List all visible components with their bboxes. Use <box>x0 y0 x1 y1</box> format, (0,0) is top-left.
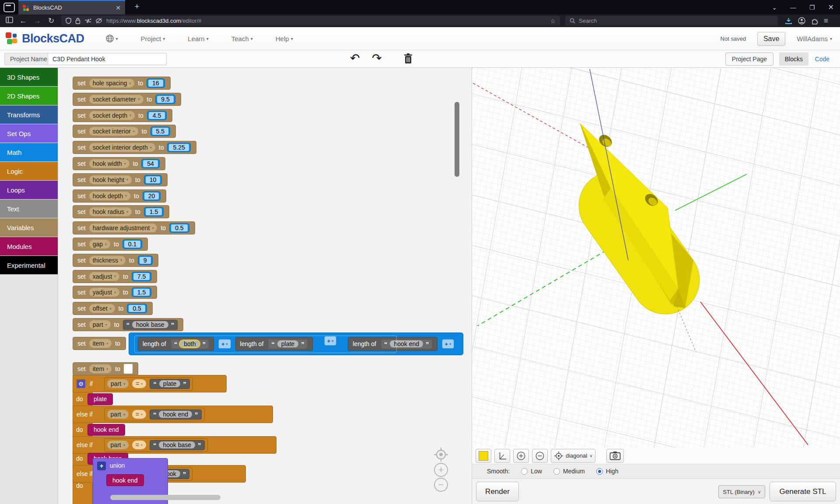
variable-dropdown-item[interactable]: item▾ <box>89 339 112 348</box>
plus-mutator-button[interactable]: +▾ <box>442 339 455 349</box>
set-block-hole-spacing[interactable]: sethole spacing▾to16 <box>73 77 171 90</box>
variable-dropdown-part[interactable]: part▾ <box>89 320 111 329</box>
module-call-hook-end[interactable]: hook end <box>106 474 144 486</box>
sidebar-item-3d-shapes[interactable]: 3D Shapes <box>0 68 58 86</box>
view-angle-dropdown[interactable]: diagonal ∨ <box>551 449 595 463</box>
render-viewport[interactable]: diagonal ∨ Smooth: Low Medium High Rende… <box>472 68 840 504</box>
canvas-vertical-scrollbar[interactable] <box>455 102 459 177</box>
union-plus-icon[interactable]: + <box>97 462 106 470</box>
generate-stl-button[interactable]: Generate STL <box>770 482 836 501</box>
sidebar-item-experimental[interactable]: Experimental <box>0 256 58 274</box>
recenter-icon[interactable] <box>433 447 449 464</box>
new-tab-button[interactable]: + <box>131 2 143 11</box>
set-block-thickness[interactable]: setthickness▾to9 <box>73 254 158 267</box>
screenshot-button[interactable] <box>606 449 624 463</box>
variable-dropdown-thickness[interactable]: thickness▾ <box>89 256 126 265</box>
canvas-zoom-in-button[interactable]: + <box>434 463 448 477</box>
text-block[interactable]: “plate” <box>150 379 189 389</box>
axes-toggle-button[interactable] <box>494 449 510 463</box>
variable-dropdown-hook-height[interactable]: hook height▾ <box>89 175 132 184</box>
number-block[interactable]: 20 <box>143 191 161 201</box>
text-block[interactable]: “hook base” <box>123 320 178 330</box>
variable-dropdown-hook-radius[interactable]: hook radius▾ <box>89 207 132 216</box>
else-if-row-hook-end[interactable]: else ifpart▾=▾“hook end” <box>73 406 273 423</box>
sidebar-item-logic[interactable]: Logic <box>0 162 58 180</box>
variable-dropdown-offset[interactable]: offset▾ <box>89 304 115 313</box>
list-tabs-icon[interactable]: ⌄ <box>772 4 777 11</box>
undo-button[interactable]: ↶ <box>350 51 360 65</box>
render-button[interactable]: Render <box>476 482 519 501</box>
bookmark-star-icon[interactable]: ☆ <box>550 18 556 24</box>
number-block[interactable]: 7.5 <box>132 272 151 281</box>
variable-dropdown-item[interactable]: item▾ <box>89 364 112 373</box>
back-icon[interactable]: ← <box>18 17 29 25</box>
do-row-hook-end[interactable]: dohook end <box>73 423 125 436</box>
equals-dropdown[interactable]: =▾ <box>132 441 146 449</box>
smooth-option-medium[interactable]: Medium <box>553 468 585 475</box>
set-block-socket-diameter[interactable]: setsocket diameter▾to9.5 <box>73 93 181 106</box>
else-if-row-hook-base[interactable]: else ifpart▾=▾“hook base” <box>73 436 276 454</box>
number-block[interactable]: 54 <box>141 159 160 168</box>
variable-dropdown-hook-width[interactable]: hook width▾ <box>89 159 130 168</box>
plus-mutator-button[interactable]: +▾ <box>324 336 337 346</box>
viewer-zoom-out-button[interactable] <box>532 449 548 463</box>
set-block-socket-depth[interactable]: setsocket depth▾to4.5 <box>73 109 172 122</box>
condition-block[interactable]: part▾=▾“plate” <box>104 377 193 391</box>
redo-button[interactable]: ↷ <box>372 51 382 65</box>
length-of-block[interactable]: length of“plate” <box>235 337 313 351</box>
variable-dropdown-hole-spacing[interactable]: hole spacing▾ <box>89 79 135 88</box>
blockscad-logo[interactable]: BlocksCAD <box>5 31 84 46</box>
variable-dropdown-hardware-adjustment[interactable]: hardware adjustment▾ <box>89 224 158 232</box>
length-of-block[interactable]: length of“both” <box>138 337 214 351</box>
number-block[interactable]: 0.1 <box>122 239 142 249</box>
variable-dropdown-yadjust[interactable]: yadjust▾ <box>89 288 119 297</box>
variable-dropdown-part[interactable]: part▾ <box>107 410 129 419</box>
reload-icon[interactable]: ↻ <box>46 16 57 25</box>
forward-icon[interactable]: → <box>32 17 43 25</box>
sidebar-item-2d-shapes[interactable]: 2D Shapes <box>0 87 58 105</box>
number-block[interactable]: 1.5 <box>132 287 151 297</box>
menu-project[interactable]: Project▾ <box>141 35 165 42</box>
sidebar-toggle-icon[interactable] <box>4 17 15 25</box>
smooth-option-high[interactable]: High <box>596 468 619 475</box>
set-block-xadjust[interactable]: setxadjust▾to7.5 <box>73 270 157 283</box>
text-block[interactable]: “plate” <box>268 339 308 349</box>
variable-dropdown-socket-depth[interactable]: socket depth▾ <box>89 111 135 120</box>
project-name-input[interactable]: C3D Pendant Hook <box>48 53 167 65</box>
equals-dropdown[interactable]: =▾ <box>132 379 146 388</box>
blocks-canvas[interactable]: ⚙ifpart▾=▾“plate”doplateelse ifpart▾=▾“h… <box>59 68 472 504</box>
tab-close-icon[interactable]: ✕ <box>116 4 121 11</box>
variable-dropdown-gap[interactable]: gap▾ <box>89 240 110 248</box>
mutator-gear-icon[interactable]: ⚙ <box>77 379 85 388</box>
set-block-item[interactable]: setitem▾to <box>73 337 126 350</box>
number-block[interactable]: 5.5 <box>150 126 170 136</box>
menu-learn[interactable]: Learn▾ <box>188 35 208 42</box>
sidebar-item-loops[interactable]: Loops <box>0 181 58 199</box>
variable-dropdown-socket-diameter[interactable]: socket diameter▾ <box>89 95 144 104</box>
sidebar-item-variables[interactable]: Variables <box>0 218 58 237</box>
set-block-hook-depth[interactable]: sethook depth▾to20 <box>73 189 166 203</box>
module-call-hook-end[interactable]: hook end <box>88 424 125 436</box>
tracking-protection-off-icon[interactable] <box>95 18 102 24</box>
do-row-plate[interactable]: doplate <box>73 392 113 406</box>
text-block[interactable]: “hook end” <box>381 339 433 349</box>
sidebar-item-transforms[interactable]: Transforms <box>0 105 58 124</box>
set-block-gap[interactable]: setgap▾to0.1 <box>73 238 148 251</box>
browser-tab[interactable]: BlocksCAD ✕ <box>18 0 125 14</box>
set-block-hook-height[interactable]: sethook height▾to10 <box>73 173 168 186</box>
variable-dropdown-part[interactable]: part▾ <box>107 441 129 449</box>
set-block-item-empty[interactable]: setitem▾to <box>73 362 138 375</box>
tab-blocks[interactable]: Blocks <box>779 52 808 66</box>
do-row-union[interactable]: do+unionhook end <box>73 479 168 492</box>
number-block[interactable]: 0.5 <box>169 223 189 233</box>
module-call-plate[interactable]: plate <box>88 393 113 405</box>
language-menu[interactable]: ▾ <box>105 34 118 43</box>
lock-icon[interactable] <box>75 18 80 24</box>
search-box[interactable]: Search <box>565 16 778 26</box>
stl-format-select[interactable]: STL (Binary)∨ <box>718 485 765 498</box>
set-block-socket-interior[interactable]: setsocket interior▾to5.5 <box>73 125 176 138</box>
number-block[interactable]: 10 <box>144 175 162 185</box>
sidebar-item-text[interactable]: Text <box>0 200 58 218</box>
viewer-zoom-in-button[interactable] <box>513 449 529 463</box>
color-swatch-button[interactable] <box>476 449 491 463</box>
